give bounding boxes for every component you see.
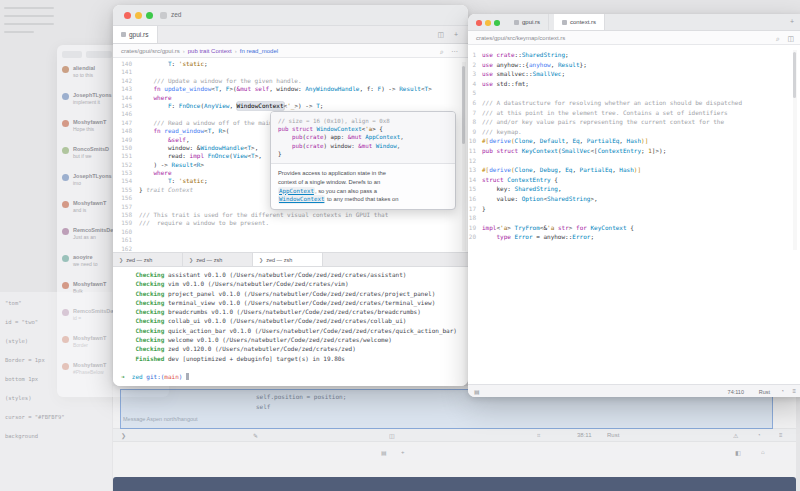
breadcrumb-symbol[interactable]: fn read_model <box>240 48 278 54</box>
code-token: AppContext <box>365 133 400 141</box>
tab-gpui-rs[interactable]: gpui.rs <box>113 26 158 43</box>
new-tab-icon[interactable]: + <box>454 30 458 39</box>
tab-label: gpui.rs <box>522 19 540 25</box>
zoom-button[interactable] <box>146 12 153 19</box>
code-token: ]>); <box>652 146 666 156</box>
code-token: ContextEntry <box>598 146 641 156</box>
code-line: 17} <box>468 204 800 214</box>
avatar <box>62 147 69 154</box>
line-number: 142 <box>113 77 139 85</box>
minimize-button[interactable] <box>485 20 491 26</box>
code-line: 1use crate::SharedString; <box>468 50 800 60</box>
code-token: to any method that takes on <box>325 195 398 204</box>
code-token: Checking <box>121 307 164 316</box>
search-icon[interactable]: ⌕ <box>776 34 780 43</box>
minimize-button[interactable] <box>135 12 142 19</box>
code-token: use <box>482 79 496 89</box>
code-token: 'static <box>179 60 204 68</box>
line-number: 145 <box>113 102 139 110</box>
close-button[interactable] <box>476 20 482 26</box>
faded-code-line: Border = 1px <box>5 357 107 376</box>
code-token: >) -> <box>294 102 316 110</box>
code-token: > <box>200 161 204 169</box>
code-line: pub(crate) window: &mut Window, <box>278 142 448 150</box>
code-token: git:( <box>146 372 164 381</box>
code-line: 2use anyhow::{anyhow, Result}; <box>468 60 800 70</box>
line-number: 16 <box>468 194 482 204</box>
line-number: 14 <box>468 175 482 185</box>
code-token: &self <box>168 136 186 144</box>
line-number: 149 <box>113 136 139 144</box>
code-token: ) -> <box>139 161 172 169</box>
menu-icon[interactable]: ≡ <box>792 388 796 394</box>
language-indicator[interactable]: Rust <box>759 389 770 395</box>
search-icon[interactable]: ⌕ <box>440 47 444 56</box>
breadcrumb-path[interactable]: crates/gpui/src/gpui.rs <box>121 48 180 54</box>
code-token: , <box>533 136 540 146</box>
code-token: use <box>482 60 496 70</box>
chat-message-text: imo <box>73 180 112 186</box>
close-button[interactable] <box>124 12 131 19</box>
code-token: > <box>428 85 432 93</box>
status-bar: ▤ 74:110 Rust ◔ ≡ <box>468 384 800 397</box>
titlebar[interactable]: gpui.rs context.rs + <box>468 14 800 31</box>
code-line: 4use std::fmt; <box>468 79 800 89</box>
line-number: 3 <box>468 69 482 79</box>
split-icon: ◫ <box>389 432 395 439</box>
line-number: 4 <box>468 79 482 89</box>
code-token: PartialEq <box>580 165 613 175</box>
tab-gpui-rs[interactable]: gpui.rs <box>506 14 549 30</box>
chat-text: MoshyfawnTand is <box>73 200 106 221</box>
app-icon <box>160 12 167 19</box>
code-token: vim v0.1.0 (/Users/natebutler/Code/zed/c… <box>164 279 348 288</box>
line-number: 143 <box>113 85 139 93</box>
scrollbar[interactable] <box>793 50 797 250</box>
terminal-tab-label: zed — zsh <box>126 257 152 263</box>
code-token: fn <box>153 85 164 93</box>
terminal-output[interactable]: Checking assistant v0.1.0 (/Users/natebu… <box>113 267 468 385</box>
code-token: derive <box>489 136 511 146</box>
line-number: 17 <box>468 204 482 214</box>
bell-icon[interactable]: ◔ <box>780 388 784 394</box>
terminal-icon: ❯ <box>119 257 123 263</box>
edit-icon: ✎ <box>253 432 258 439</box>
titlebar[interactable]: zed <box>113 5 468 26</box>
code-token: , <box>397 142 401 150</box>
more-icon[interactable]: ⋯ <box>451 47 458 56</box>
scrollbar-thumb[interactable] <box>793 52 796 98</box>
code-token: KeyContext <box>522 146 558 156</box>
new-tab-icon[interactable]: + <box>790 17 794 26</box>
code-token: anyhow <box>529 60 551 70</box>
line-number: 159 <box>113 219 139 227</box>
code-token: SharedString <box>515 184 558 194</box>
code-token: Checking <box>121 270 164 279</box>
breadcrumb-path[interactable]: crates/gpui/src/keymap/context.rs <box>476 35 565 41</box>
scrollbar-thumb[interactable] <box>462 66 465 144</box>
code-line: 142 /// Update a window for the given ha… <box>113 77 468 85</box>
code-line: 16 value: Option<SharedString>, <box>468 194 800 204</box>
code-token: >( <box>222 127 229 135</box>
terminal-tab[interactable]: ❯zed — zsh <box>113 253 183 266</box>
code-line: 9/// keymap. <box>468 127 800 137</box>
code-token: SmallVec <box>533 69 562 79</box>
code-token: #[ <box>482 136 489 146</box>
terminal-tab[interactable]: ❯zed — zsh <box>183 253 253 266</box>
split-icon[interactable]: ◫ <box>787 34 794 43</box>
scrollbar[interactable] <box>462 62 466 251</box>
code-token: Checking <box>121 335 164 344</box>
code-token: main <box>164 372 178 381</box>
split-icon[interactable]: ◫ <box>437 30 444 39</box>
code-token: str <box>558 223 569 233</box>
cursor-position[interactable]: 74:110 <box>728 389 744 395</box>
code-token: ➜ <box>121 372 132 381</box>
zoom-button[interactable] <box>494 20 500 26</box>
panel-icon[interactable]: ▤ <box>474 388 480 395</box>
code-line: 141 <box>113 68 468 76</box>
terminal-tab[interactable]: ❯zed — zsh <box>253 253 323 266</box>
code-token <box>139 94 153 102</box>
code-token: where <box>153 169 171 177</box>
code-editor[interactable]: 1use crate::SharedString;2use anyhow::{a… <box>468 50 800 250</box>
file-icon <box>121 32 126 37</box>
breadcrumb-context[interactable]: pub trait Context <box>188 48 232 54</box>
tab-context-rs[interactable]: context.rs <box>554 14 605 30</box>
